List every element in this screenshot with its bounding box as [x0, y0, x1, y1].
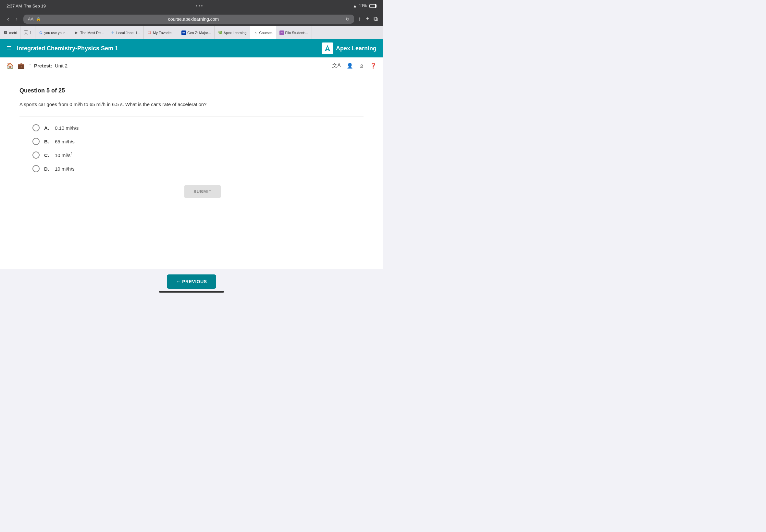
- url-display[interactable]: course.apexlearning.com: [43, 17, 343, 22]
- tab-label-genz: Gen Z: Major...: [187, 31, 211, 35]
- home-button[interactable]: 🏠: [6, 62, 14, 69]
- menu-icon[interactable]: ☰: [6, 45, 12, 52]
- pretest-label-bold: Pretest:: [34, 63, 52, 68]
- option-a-text: 0.10 mi/h/s: [55, 125, 79, 131]
- course-title: Integrated Chemistry-Physics Sem 1: [17, 45, 118, 52]
- tab-google[interactable]: G you use your...: [35, 26, 71, 39]
- status-bar-right: ▲ 11%: [353, 4, 376, 8]
- option-b-radio[interactable]: [32, 138, 40, 145]
- tab-label-1: 1: [30, 31, 31, 35]
- tab-courses[interactable]: × Courses: [250, 26, 276, 39]
- option-b[interactable]: B. 65 mi/h/s: [32, 138, 363, 145]
- dot3: [201, 5, 202, 6]
- options-list: A. 0.10 mi/h/s B. 65 mi/h/s C. 10 mi/s2 …: [19, 124, 363, 172]
- submit-button[interactable]: SUBMIT: [184, 185, 221, 198]
- briefcase-button[interactable]: 💼: [18, 62, 25, 69]
- aa-label[interactable]: AA: [28, 17, 33, 21]
- tab-myfavorite[interactable]: ❑ My Favorite...: [144, 26, 178, 39]
- option-b-text: 65 mi/h/s: [55, 139, 75, 144]
- browser-nav-buttons: ‹ ›: [5, 14, 19, 24]
- browser-actions: ↑ + ⧉: [358, 16, 378, 22]
- new-tab-button[interactable]: +: [365, 16, 369, 22]
- tab-1[interactable]: □ 1: [20, 26, 35, 39]
- tab-genz[interactable]: BI Gen Z: Major...: [178, 26, 214, 39]
- tab-favicon-filo: Fi: [279, 30, 284, 35]
- tab-label-mostde: The Most De...: [80, 31, 103, 35]
- dot2: [199, 5, 200, 6]
- status-bar: 2:37 AM Thu Sep 19 ▲ 11%: [0, 0, 383, 12]
- option-c-text: 10 mi/s2: [55, 152, 72, 158]
- tab-label-filo: Filo Student:...: [285, 31, 308, 35]
- tab-localjobs[interactable]: ✈ Local Jobs: 1...: [107, 26, 144, 39]
- option-d-text: 10 mi/h/s: [55, 166, 75, 172]
- battery-icon: [369, 4, 376, 8]
- question-text: A sports car goes from 0 mi/h to 65 mi/h…: [19, 101, 208, 108]
- option-a-letter: A.: [44, 125, 49, 131]
- status-time: 2:37 AM: [6, 4, 22, 8]
- lock-icon: 🔒: [36, 17, 41, 21]
- apex-logo: Apex Learning: [322, 42, 376, 54]
- option-b-letter: B.: [44, 139, 49, 144]
- tabs-bar: 🖼 cartri □ 1 G you use your... ▶ The Mos…: [0, 26, 383, 39]
- help-icon[interactable]: ❓: [370, 63, 376, 69]
- accessibility-icon[interactable]: 👤: [346, 63, 353, 69]
- option-c[interactable]: C. 10 mi/s2: [32, 151, 363, 159]
- tab-label-apex: Apex Learning: [224, 31, 247, 35]
- sub-toolbar-left: 🏠 💼 ↑ Pretest: Unit 2: [6, 62, 67, 69]
- up-arrow-icon: ↑: [29, 62, 31, 69]
- tab-favicon-mostde: ▶: [74, 30, 79, 35]
- previous-button[interactable]: ← PREVIOUS: [167, 274, 216, 289]
- tab-label-cartri: cartri: [9, 31, 17, 35]
- tab-favicon-1: □: [24, 30, 28, 35]
- tab-favicon-cartri: 🖼: [3, 30, 8, 35]
- tab-label-localjobs: Local Jobs: 1...: [116, 31, 140, 35]
- tab-label-courses: Courses: [259, 31, 273, 35]
- back-button[interactable]: ‹: [5, 14, 11, 24]
- sub-toolbar-right: 文A 👤 🖨 ❓: [332, 62, 376, 69]
- option-c-letter: C.: [44, 152, 49, 158]
- tab-favicon-apex: 🌿: [218, 30, 222, 35]
- reload-button[interactable]: ↻: [346, 17, 349, 22]
- option-a[interactable]: A. 0.10 mi/h/s: [32, 124, 363, 131]
- tab-label-google: you use your...: [44, 31, 68, 35]
- tab-filo[interactable]: Fi Filo Student:...: [276, 26, 312, 39]
- tabs-overview-button[interactable]: ⧉: [373, 16, 378, 22]
- share-button[interactable]: ↑: [358, 16, 361, 22]
- apex-logo-icon: [322, 42, 333, 54]
- tab-favicon-courses: ×: [253, 30, 258, 35]
- app-header: ☰ Integrated Chemistry-Physics Sem 1 Ape…: [0, 39, 383, 57]
- browser-toolbar: ‹ › AA 🔒 course.apexlearning.com ↻ ↑ + ⧉: [0, 12, 383, 26]
- main-content: Question 5 of 25 A sports car goes from …: [0, 74, 383, 269]
- option-d-radio[interactable]: [32, 165, 40, 172]
- dot1: [196, 5, 197, 6]
- bottom-nav: ← PREVIOUS: [0, 269, 383, 295]
- apex-brand-name: Apex Learning: [336, 45, 376, 52]
- option-d[interactable]: D. 10 mi/h/s: [32, 165, 363, 172]
- translate-icon[interactable]: 文A: [332, 62, 341, 69]
- print-icon[interactable]: 🖨: [359, 63, 364, 69]
- tab-cartri[interactable]: 🖼 cartri: [0, 26, 20, 39]
- status-day: Thu Sep 19: [24, 4, 46, 8]
- battery-percent: 11%: [359, 4, 367, 8]
- tab-mostde[interactable]: ▶ The Most De...: [71, 26, 107, 39]
- tab-favicon-myfavorite: ❑: [147, 30, 152, 35]
- tab-favicon-google: G: [39, 30, 43, 35]
- question-divider: [19, 116, 363, 116]
- address-bar[interactable]: AA 🔒 course.apexlearning.com ↻: [23, 15, 354, 24]
- home-indicator: [159, 291, 224, 293]
- status-bar-center: [196, 5, 202, 6]
- option-c-radio[interactable]: [32, 151, 40, 159]
- option-a-radio[interactable]: [32, 124, 40, 131]
- app-header-left: ☰ Integrated Chemistry-Physics Sem 1: [6, 45, 118, 52]
- pretest-unit: Unit 2: [55, 63, 67, 68]
- sub-toolbar: 🏠 💼 ↑ Pretest: Unit 2 文A 👤 🖨 ❓: [0, 57, 383, 74]
- status-bar-left: 2:37 AM Thu Sep 19: [6, 4, 46, 8]
- option-d-letter: D.: [44, 166, 49, 172]
- forward-button[interactable]: ›: [14, 14, 19, 24]
- tab-apex[interactable]: 🌿 Apex Learning: [214, 26, 250, 39]
- pretest-label: Pretest: Unit 2: [34, 63, 67, 68]
- breadcrumb-nav: ↑ Pretest: Unit 2: [29, 62, 67, 69]
- tab-label-myfavorite: My Favorite...: [153, 31, 175, 35]
- tab-favicon-genz: BI: [181, 30, 186, 35]
- question-header: Question 5 of 25: [19, 87, 363, 94]
